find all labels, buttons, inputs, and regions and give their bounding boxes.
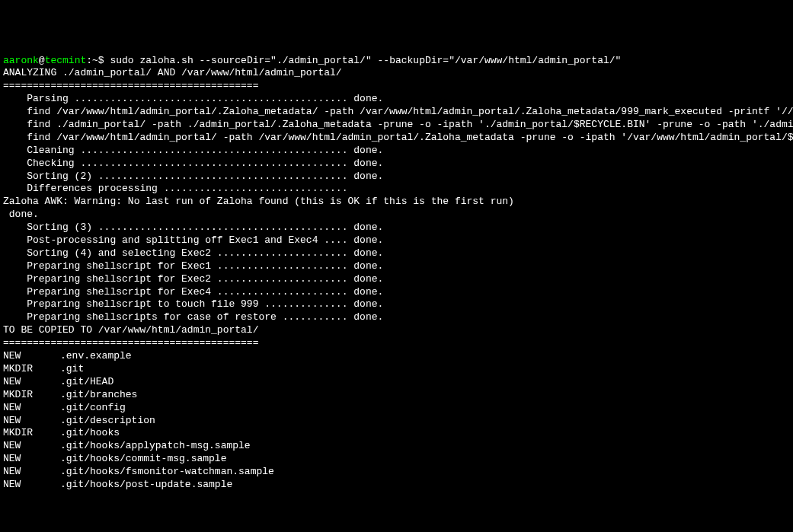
output-line: Preparing shellscript for Exec1 ........… [3,260,790,273]
file-list-container: NEW.env.exampleMKDIR.gitNEW.git/HEADMKDI… [3,350,790,492]
file-action: NEW [3,453,60,466]
file-path: .git/config [60,402,126,415]
terminal[interactable]: aaronk@tecmint:~$ sudo zaloha.sh --sourc… [3,55,790,492]
file-list-row: MKDIR.git/branches [3,389,790,402]
file-action: MKDIR [3,389,60,402]
file-path: .git/hooks/applypatch-msg.sample [60,440,251,453]
output-line: Sorting (2) ............................… [3,170,790,183]
output-line: Sorting (4) and selecting Exec2 ........… [3,247,790,260]
file-action: MKDIR [3,363,60,376]
output-line: Preparing shellscripts for case of resto… [3,311,790,324]
output-line: find ./admin_portal/ -path ./admin_porta… [3,119,790,132]
prompt-at: @ [39,55,45,66]
file-action: NEW [3,402,60,415]
file-list-row: NEW.git/description [3,415,790,428]
prompt-colon: : [86,55,92,66]
file-action: NEW [3,415,60,428]
prompt-user: aaronk [3,55,39,66]
output-container: ANALYZING ./admin_portal/ AND /var/www/h… [3,67,790,350]
prompt-symbol: $ [98,55,110,66]
file-path: .git [60,363,84,376]
output-line: Preparing shellscript for Exec4 ........… [3,286,790,299]
file-list-row: NEW.git/hooks/post-update.sample [3,479,790,492]
output-line: Sorting (3) ............................… [3,221,790,234]
output-line: ANALYZING ./admin_portal/ AND /var/www/h… [3,67,790,80]
command: sudo zaloha.sh --sourceDir="./admin_port… [110,55,621,66]
file-path: .git/HEAD [60,376,114,389]
file-path: .git/hooks/commit-msg.sample [60,453,226,466]
output-line: ========================================… [3,80,790,93]
file-action: NEW [3,466,60,479]
prompt-line: aaronk@tecmint:~$ sudo zaloha.sh --sourc… [3,55,790,68]
output-line: find /var/www/html/admin_portal/ -path /… [3,132,790,145]
file-path: .env.example [60,350,132,363]
file-path: .git/description [60,415,155,428]
file-path: .git/hooks/fsmonitor-watchman.sample [60,466,274,479]
file-list-row: NEW.git/hooks/applypatch-msg.sample [3,440,790,453]
output-line: TO BE COPIED TO /var/www/html/admin_port… [3,324,790,337]
file-path: .git/hooks [60,427,120,440]
file-list-row: MKDIR.git [3,363,790,376]
file-path: .git/branches [60,389,137,402]
file-list-row: NEW.git/config [3,402,790,415]
file-list-row: MKDIR.git/hooks [3,427,790,440]
output-line: done. [3,209,790,221]
prompt-path: ~ [92,55,98,66]
output-line: find /var/www/html/admin_portal/.Zaloha_… [3,106,790,119]
output-line: Checking ...............................… [3,158,790,170]
output-line: Preparing shellscript for Exec2 ........… [3,273,790,286]
output-line: Differences processing .................… [3,183,790,196]
output-line: Post-processing and splitting off Exec1 … [3,234,790,247]
output-line: Zaloha AWK: Warning: No last run of Zalo… [3,196,790,209]
file-path: .git/hooks/post-update.sample [60,479,232,492]
file-list-row: NEW.git/hooks/fsmonitor-watchman.sample [3,466,790,479]
output-line: Cleaning ...............................… [3,145,790,158]
file-action: NEW [3,479,60,492]
file-list-row: NEW.env.example [3,350,790,363]
output-line: Parsing ................................… [3,93,790,106]
file-action: MKDIR [3,427,60,440]
output-line: Preparing shellscript to touch file 999 … [3,298,790,311]
file-list-row: NEW.git/hooks/commit-msg.sample [3,453,790,466]
file-list-row: NEW.git/HEAD [3,376,790,389]
file-action: NEW [3,376,60,389]
prompt-host: tecmint [45,55,87,66]
file-action: NEW [3,440,60,453]
file-action: NEW [3,350,60,363]
output-line: ========================================… [3,337,790,350]
